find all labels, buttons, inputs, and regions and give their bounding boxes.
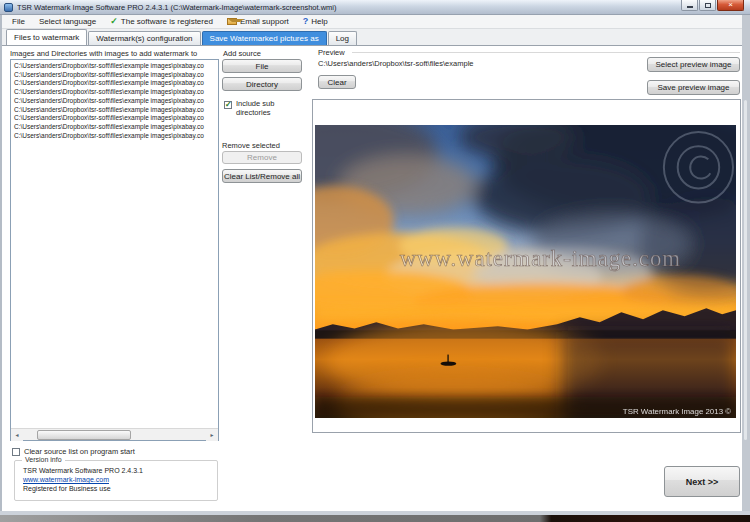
menu-file[interactable]: File xyxy=(6,16,31,28)
list-item[interactable]: C:\Users\anders\Dropbox\tsr-soft\files\e… xyxy=(12,97,217,106)
file-list-label: Images and Directories with images to ad… xyxy=(10,49,197,58)
select-preview-image-button[interactable]: Select preview image xyxy=(647,57,740,72)
window-controls: × xyxy=(681,0,744,11)
window-title: TSR Watermark Image Software PRO 2.4.3.1… xyxy=(17,3,337,12)
minimize-button[interactable] xyxy=(681,0,698,11)
menu-help[interactable]: ? Help xyxy=(297,16,334,28)
version-info-label: Version info xyxy=(22,456,65,463)
file-list[interactable]: C:\Users\anders\Dropbox\tsr-soft\files\e… xyxy=(10,59,219,441)
close-icon: × xyxy=(728,1,733,9)
preview-group-line xyxy=(352,52,740,53)
image-corner-text: TSR Watermark Image 2013 © xyxy=(623,407,731,416)
list-item[interactable]: C:\Users\anders\Dropbox\tsr-soft\files\e… xyxy=(12,71,217,80)
taskbar-strip xyxy=(0,515,750,522)
horizontal-scrollbar[interactable]: ◄ ► xyxy=(11,428,218,440)
window-border-left xyxy=(0,15,2,515)
file-list-rows: C:\Users\anders\Dropbox\tsr-soft\files\e… xyxy=(12,62,217,140)
help-icon: ? xyxy=(303,17,309,26)
tab-save-watermarked-pictures[interactable]: Save Watermarked pictures as xyxy=(202,31,327,45)
include-subdirectories-checkbox[interactable] xyxy=(224,101,232,109)
minimize-icon xyxy=(687,6,693,8)
menu-bar: File Select language ✓ The software is r… xyxy=(2,15,742,29)
remove-button[interactable]: Remove xyxy=(222,151,302,164)
preview-path: C:\Users\anders\Dropbox\tsr-soft\files\e… xyxy=(318,59,473,68)
menu-file-label: File xyxy=(12,17,25,26)
list-item[interactable]: C:\Users\anders\Dropbox\tsr-soft\files\e… xyxy=(12,79,217,88)
version-info-group: Version info TSR Watermark Software PRO … xyxy=(14,460,218,501)
version-product: TSR Watermark Software PRO 2.4.3.1 xyxy=(15,467,217,476)
preview-image: www.watermark-image.com TSR Watermark Im… xyxy=(315,125,736,418)
list-item[interactable]: C:\Users\anders\Dropbox\tsr-soft\files\e… xyxy=(12,132,217,141)
file-button[interactable]: File xyxy=(222,59,302,73)
save-preview-image-button[interactable]: Save preview image xyxy=(647,80,740,95)
application-window: TSR Watermark Image Software PRO 2.4.3.1… xyxy=(0,0,750,522)
scroll-right-icon[interactable]: ► xyxy=(206,429,218,441)
scroll-left-icon[interactable]: ◄ xyxy=(11,429,23,441)
image-watermark-text: www.watermark-image.com xyxy=(400,246,681,271)
list-item[interactable]: C:\Users\anders\Dropbox\tsr-soft\files\e… xyxy=(12,88,217,97)
menu-email-support[interactable]: Email support xyxy=(221,16,295,28)
directory-button[interactable]: Directory xyxy=(222,77,302,91)
clear-list-button[interactable]: Clear List/Remove all xyxy=(222,169,302,183)
tab-files-to-watermark[interactable]: Files to watermark xyxy=(6,29,87,45)
include-subdirectories-label: Include sub directories xyxy=(236,99,296,117)
website-link[interactable]: www.watermark-image.com xyxy=(15,476,217,485)
tab-watermark-configuration[interactable]: Watermark(s) configuration xyxy=(88,31,200,45)
title-bar[interactable]: TSR Watermark Image Software PRO 2.4.3.1… xyxy=(0,0,750,15)
tab-bar: Files to watermark Watermark(s) configur… xyxy=(2,29,742,45)
menu-select-language[interactable]: Select language xyxy=(33,16,102,28)
preview-panel: www.watermark-image.com TSR Watermark Im… xyxy=(312,99,741,433)
menu-select-language-label: Select language xyxy=(39,17,96,26)
list-item[interactable]: C:\Users\anders\Dropbox\tsr-soft\files\e… xyxy=(12,106,217,115)
mail-icon xyxy=(227,18,237,25)
close-button[interactable]: × xyxy=(717,0,744,11)
preview-group-label: Preview xyxy=(318,48,345,57)
clear-preview-button[interactable]: Clear xyxy=(318,75,356,89)
maximize-button[interactable] xyxy=(699,0,716,11)
maximize-icon xyxy=(705,3,711,8)
window-border-right-highlight xyxy=(744,100,747,440)
menu-help-label: Help xyxy=(311,17,327,26)
app-icon xyxy=(4,3,13,12)
list-item[interactable]: C:\Users\anders\Dropbox\tsr-soft\files\e… xyxy=(12,62,217,71)
menu-email-support-label: Email support xyxy=(240,17,289,26)
menu-registered-label: The software is registered xyxy=(121,17,213,26)
remove-selected-label: Remove selected xyxy=(222,141,280,150)
clear-on-start-label: Clear source list on program start xyxy=(24,447,135,456)
list-item[interactable]: C:\Users\anders\Dropbox\tsr-soft\files\e… xyxy=(12,123,217,132)
menu-registered[interactable]: ✓ The software is registered xyxy=(104,16,219,28)
add-source-label: Add source xyxy=(223,49,261,58)
list-item[interactable]: C:\Users\anders\Dropbox\tsr-soft\files\e… xyxy=(12,114,217,123)
next-button[interactable]: Next >> xyxy=(664,466,740,497)
check-icon: ✓ xyxy=(110,17,118,26)
version-license: Registered for Business use xyxy=(15,485,217,494)
scrollbar-thumb[interactable] xyxy=(37,430,131,440)
clear-on-start-checkbox[interactable] xyxy=(12,448,20,456)
sunset-photo: www.watermark-image.com TSR Watermark Im… xyxy=(315,125,736,418)
tab-log[interactable]: Log xyxy=(328,31,357,45)
tab-content-divider xyxy=(2,45,742,46)
